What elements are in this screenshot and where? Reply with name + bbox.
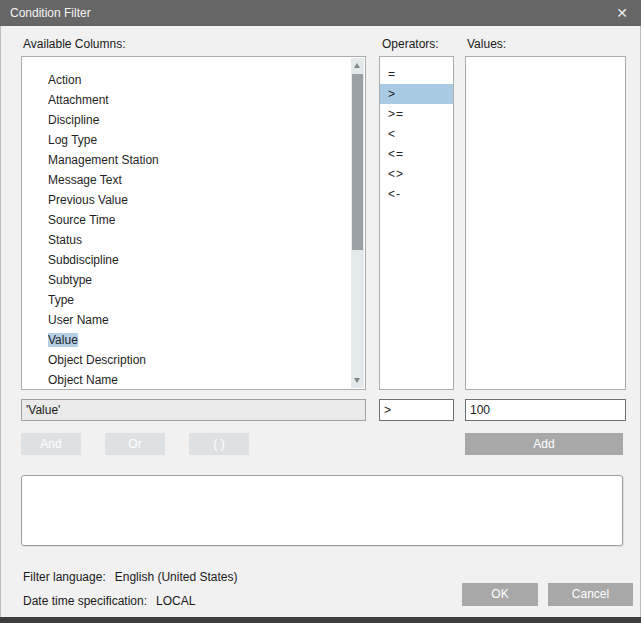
list-item[interactable]: <= <box>380 144 453 164</box>
list-item[interactable]: Object Description <box>22 350 365 370</box>
add-button[interactable]: Add <box>465 433 623 455</box>
condition-expression-box[interactable] <box>21 475 623 546</box>
list-item-label: Type <box>48 293 74 307</box>
list-item[interactable]: <> <box>380 164 453 184</box>
filter-language-row: Filter language:English (United States) <box>23 570 237 584</box>
scrollbar-thumb[interactable] <box>352 74 363 250</box>
list-item[interactable]: User Name <box>22 310 365 330</box>
operators-label: Operators: <box>382 36 439 52</box>
list-item-label: Object Name <box>48 373 118 387</box>
ok-button[interactable]: OK <box>462 583 538 606</box>
list-item[interactable]: Object Name <box>22 370 365 390</box>
value-field[interactable]: 100 <box>465 399 626 421</box>
list-item-label: Source Time <box>48 213 115 227</box>
bottom-edge-strip <box>0 617 641 623</box>
title-bar: Condition Filter ✕ <box>0 0 641 26</box>
list-item-label: Object Description <box>48 353 146 367</box>
operators-list[interactable]: =>>=<<=<><- <box>379 56 454 390</box>
list-item[interactable]: Type <box>22 290 365 310</box>
list-item-label: Subtype <box>48 273 92 287</box>
available-columns-label: Available Columns: <box>23 36 126 52</box>
date-time-value: LOCAL <box>156 594 195 608</box>
list-item-label: Previous Value <box>48 193 128 207</box>
list-item-label: <- <box>388 187 401 201</box>
list-item[interactable]: Message Text <box>22 170 365 190</box>
list-item[interactable]: >= <box>380 104 453 124</box>
values-list[interactable] <box>465 56 626 390</box>
list-item[interactable]: Subtype <box>22 270 365 290</box>
list-item[interactable]: Management Station <box>22 150 365 170</box>
list-item[interactable]: Previous Value <box>22 190 365 210</box>
close-icon[interactable]: ✕ <box>609 0 635 26</box>
list-item-label: Subdiscipline <box>48 253 119 267</box>
and-button[interactable]: And <box>21 433 81 455</box>
triangle-down-icon <box>354 378 360 383</box>
list-item-label: Log Type <box>48 133 97 147</box>
dialog-body: Available Columns: Operators: Values: Ac… <box>0 26 641 617</box>
date-time-label: Date time specification: <box>23 594 147 608</box>
list-item[interactable]: Discipline <box>22 110 365 130</box>
list-item[interactable]: Value <box>22 330 365 350</box>
filter-language-value: English (United States) <box>115 570 238 584</box>
values-label: Values: <box>467 36 506 52</box>
list-item[interactable]: > <box>380 84 453 104</box>
list-item-label: Status <box>48 233 82 247</box>
parentheses-button[interactable]: ( ) <box>189 433 249 455</box>
list-item[interactable]: < <box>380 124 453 144</box>
date-time-row: Date time specification:LOCAL <box>23 594 195 608</box>
operator-field[interactable]: > <box>379 399 454 421</box>
list-item[interactable]: Log Type <box>22 130 365 150</box>
triangle-up-icon <box>354 63 360 68</box>
list-item[interactable]: <- <box>380 184 453 204</box>
or-button[interactable]: Or <box>105 433 165 455</box>
list-item[interactable]: = <box>380 64 453 84</box>
list-item-label: Discipline <box>48 113 99 127</box>
list-item-label: >= <box>388 107 404 121</box>
list-item[interactable]: Subdiscipline <box>22 250 365 270</box>
list-item-label: Message Text <box>48 173 122 187</box>
list-item-label: <> <box>388 167 404 181</box>
column-expression-field[interactable]: 'Value' <box>21 399 366 421</box>
list-item-label: Attachment <box>48 93 109 107</box>
list-item[interactable]: Attachment <box>22 90 365 110</box>
scroll-up-icon[interactable] <box>351 58 364 73</box>
list-item-label: = <box>388 67 396 81</box>
list-item[interactable]: Source Time <box>22 210 365 230</box>
list-item-label: Management Station <box>48 153 159 167</box>
list-item-label: User Name <box>48 313 109 327</box>
list-item-label: Value <box>48 333 78 347</box>
list-item-label: > <box>388 87 396 101</box>
list-item[interactable]: Status <box>22 230 365 250</box>
list-item-label: Action <box>48 73 81 87</box>
list-item-label: < <box>388 127 396 141</box>
dialog-title: Condition Filter <box>10 0 91 26</box>
condition-filter-dialog: Condition Filter ✕ Available Columns: Op… <box>0 0 641 623</box>
scroll-down-icon[interactable] <box>351 373 364 388</box>
columns-scrollbar[interactable] <box>351 58 364 388</box>
list-item[interactable]: Action <box>22 70 365 90</box>
cancel-button[interactable]: Cancel <box>548 583 633 606</box>
list-item-label: <= <box>388 147 404 161</box>
available-columns-list[interactable]: ActionAttachmentDisciplineLog TypeManage… <box>21 56 366 390</box>
filter-language-label: Filter language: <box>23 570 106 584</box>
